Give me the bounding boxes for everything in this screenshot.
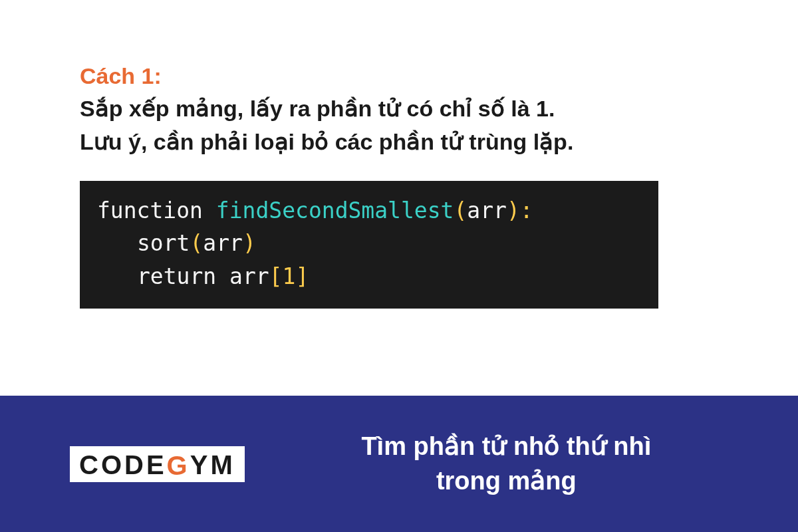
kw-return: return <box>137 263 216 289</box>
footer-title-line2: trong mảng <box>285 464 728 498</box>
desc-line-3: Lưu ý, cần phải loại bỏ các phần tử trùn… <box>80 126 718 158</box>
code-line-1: function findSecondSmallest(arr): <box>97 194 641 227</box>
code-block: function findSecondSmallest(arr): sort(a… <box>80 181 658 309</box>
method-label: Cách 1: <box>80 63 162 88</box>
fn-arg: arr <box>467 198 507 223</box>
kw-function: function <box>97 198 203 223</box>
logo-text-g: G <box>167 452 190 479</box>
bracket-close: ] <box>295 263 309 289</box>
desc-line-2: Sắp xếp mảng, lấy ra phần tử có chỉ số l… <box>80 92 718 125</box>
footer-title-line1: Tìm phần tử nhỏ thứ nhì <box>285 430 728 464</box>
bracket-open: [ <box>269 263 283 289</box>
footer-title: Tìm phần tử nhỏ thứ nhì trong mảng <box>285 430 728 498</box>
codegym-logo: CODEGYM <box>70 446 245 482</box>
paren-close-2: ) <box>243 230 256 256</box>
index-num: 1 <box>283 263 296 289</box>
paren-close-colon: ): <box>507 198 533 223</box>
logo-text-pre: CODE <box>79 452 167 478</box>
code-line-3: return arr[1] <box>97 260 641 293</box>
logo-text-post: YM <box>190 452 235 478</box>
main-content: Cách 1: Sắp xếp mảng, lấy ra phần tử có … <box>0 0 798 396</box>
paren-open-2: ( <box>190 230 203 256</box>
desc-line-1: Cách 1: <box>80 60 718 92</box>
description-block: Cách 1: Sắp xếp mảng, lấy ra phần tử có … <box>80 60 718 158</box>
paren-open: ( <box>454 198 467 223</box>
footer-banner: CODEGYM Tìm phần tử nhỏ thứ nhì trong mả… <box>0 396 798 532</box>
sort-arg: arr <box>203 230 243 256</box>
arr-ref: arr <box>229 263 269 289</box>
code-line-2: sort(arr) <box>97 227 641 260</box>
call-sort: sort <box>137 230 190 256</box>
fn-name: findSecondSmallest <box>216 198 454 223</box>
